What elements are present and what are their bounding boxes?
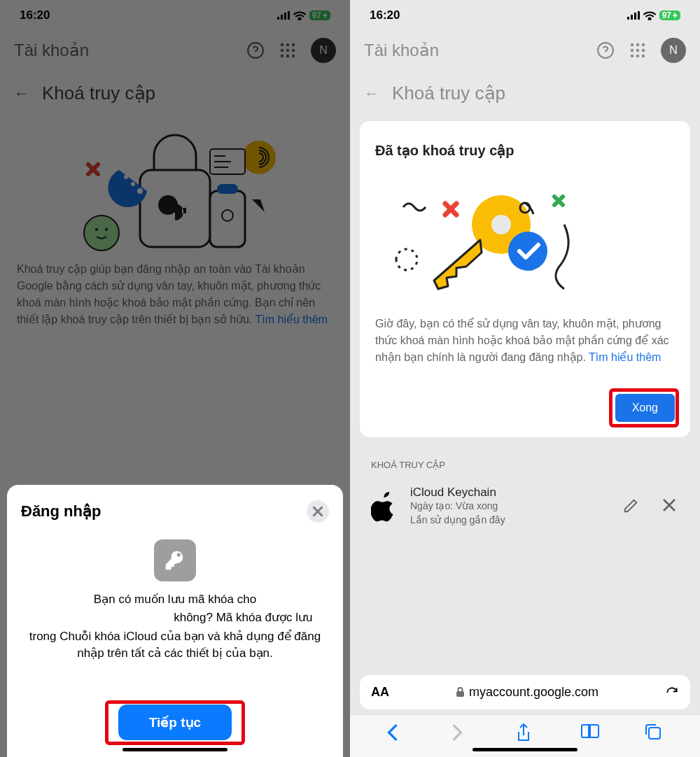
svg-rect-30 <box>638 11 640 20</box>
home-indicator <box>472 748 578 751</box>
svg-rect-46 <box>649 728 660 739</box>
nav-forward-icon <box>451 723 470 742</box>
help-icon[interactable] <box>596 41 615 59</box>
delete-icon[interactable] <box>662 498 679 515</box>
url-bar[interactable]: AA myaccount.google.com <box>360 675 690 709</box>
wifi-icon <box>643 11 656 20</box>
app-header: Tài khoản N <box>350 28 700 73</box>
svg-point-37 <box>642 49 645 52</box>
status-indicators: 97 <box>627 10 680 20</box>
section-label: KHOÁ TRUY CẬP <box>350 437 700 480</box>
sheet-title: Đăng nhập <box>21 502 101 521</box>
account-label: Tài khoản <box>364 41 439 60</box>
done-button[interactable]: Xong <box>615 394 675 422</box>
sheet-body: Bạn có muốn lưu mã khóa cho không? Mã kh… <box>21 591 329 663</box>
status-bar: 16:20 97 <box>350 0 700 28</box>
lock-icon <box>456 687 465 698</box>
svg-point-34 <box>642 43 645 46</box>
cellular-icon <box>627 11 640 20</box>
battery-badge: 97 <box>659 10 680 20</box>
svg-point-36 <box>636 49 639 52</box>
success-card: Đã tạo khoá truy cập <box>360 121 690 437</box>
keychain-row: iCloud Keychain Ngày tạo: Vừa xong Lần s… <box>350 480 700 532</box>
close-icon[interactable] <box>307 500 329 523</box>
keychain-created: Ngày tạo: Vừa xong <box>410 500 610 514</box>
back-arrow-icon[interactable]: ← <box>364 85 379 103</box>
signin-sheet: Đăng nhập Bạn có muốn lưu mã khóa cho kh… <box>7 485 343 757</box>
learn-more-link[interactable]: Tìm hiểu thêm <box>589 351 661 363</box>
svg-point-35 <box>631 49 634 52</box>
continue-button[interactable]: Tiếp tục <box>118 705 232 740</box>
svg-point-43 <box>508 232 547 271</box>
apple-icon <box>371 492 398 521</box>
apps-grid-icon[interactable] <box>629 41 647 59</box>
text-size-icon[interactable]: AA <box>371 685 389 700</box>
svg-point-32 <box>631 43 634 46</box>
keychain-name: iCloud Keychain <box>410 486 610 500</box>
svg-point-33 <box>636 43 639 46</box>
reload-icon[interactable] <box>665 686 679 700</box>
redacted-field <box>37 609 170 628</box>
success-illustration <box>375 176 675 295</box>
svg-rect-27 <box>627 17 629 20</box>
status-time: 16:20 <box>370 8 400 22</box>
svg-point-42 <box>491 215 511 234</box>
key-icon <box>154 539 196 581</box>
svg-rect-28 <box>631 15 633 20</box>
share-icon[interactable] <box>516 723 534 742</box>
svg-point-38 <box>631 55 634 57</box>
avatar[interactable]: N <box>661 38 686 63</box>
svg-point-39 <box>636 55 639 57</box>
svg-point-40 <box>642 55 645 57</box>
keychain-last-used: Lần sử dụng gần đây <box>410 514 610 528</box>
edit-icon[interactable] <box>623 498 640 515</box>
home-indicator <box>122 748 227 751</box>
svg-rect-29 <box>634 13 636 20</box>
url-text: myaccount.google.com <box>469 685 598 700</box>
nav-back-icon[interactable] <box>387 723 405 742</box>
tabs-icon[interactable] <box>645 723 663 742</box>
bookmarks-icon[interactable] <box>580 723 598 742</box>
card-description: Giờ đây, bạn có thể sử dụng vân tay, khu… <box>375 316 675 366</box>
card-title: Đã tạo khoá truy cập <box>375 142 675 159</box>
svg-rect-45 <box>456 691 464 697</box>
page-title: Khoá truy cập <box>392 83 505 104</box>
